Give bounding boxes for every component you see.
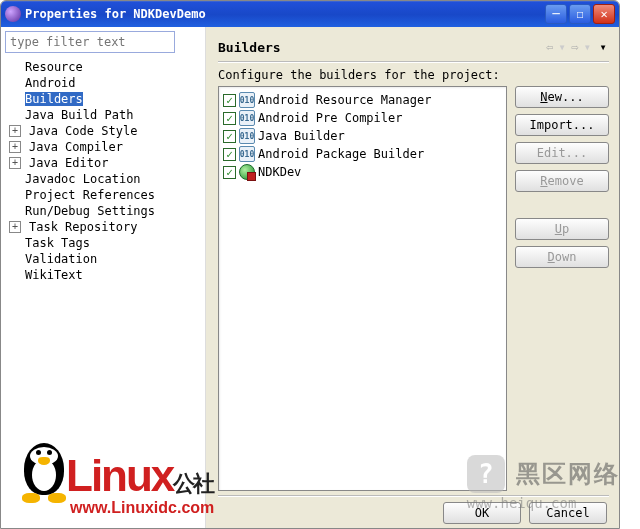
builder-label: Java Builder: [258, 129, 345, 143]
expand-icon[interactable]: +: [9, 157, 21, 169]
expand-icon[interactable]: +: [9, 221, 21, 233]
properties-tree[interactable]: ResourceAndroidBuildersJava Build Path+J…: [5, 57, 201, 524]
tree-item-label: Java Editor: [29, 156, 108, 170]
down-button: Down: [515, 246, 609, 268]
tree-item[interactable]: Android: [5, 75, 201, 91]
builder-item[interactable]: ✓010Android Resource Manager: [223, 91, 502, 109]
binary-builder-icon: 010: [239, 92, 255, 108]
filter-input[interactable]: [5, 31, 175, 53]
remove-button: Remove: [515, 170, 609, 192]
builder-checkbox[interactable]: ✓: [223, 112, 236, 125]
import-button[interactable]: Import...: [515, 114, 609, 136]
builder-checkbox[interactable]: ✓: [223, 94, 236, 107]
builder-item[interactable]: ✓010Android Pre Compiler: [223, 109, 502, 127]
titlebar[interactable]: Properties for NDKDevDemo ─ ☐ ✕: [1, 1, 619, 27]
builders-list[interactable]: ✓010Android Resource Manager✓010Android …: [218, 86, 507, 491]
tree-item-label: Resource: [25, 60, 83, 74]
properties-tree-panel: ResourceAndroidBuildersJava Build Path+J…: [1, 27, 206, 528]
tree-item-label: Task Repository: [29, 220, 137, 234]
builder-label: Android Pre Compiler: [258, 111, 403, 125]
tree-item-label: Javadoc Location: [25, 172, 141, 186]
builder-checkbox[interactable]: ✓: [223, 148, 236, 161]
tree-item[interactable]: Validation: [5, 251, 201, 267]
close-button[interactable]: ✕: [593, 4, 615, 24]
view-menu-icon[interactable]: ▾: [597, 41, 609, 53]
tree-item[interactable]: Task Tags: [5, 235, 201, 251]
tree-item-label: Java Code Style: [29, 124, 137, 138]
builder-checkbox[interactable]: ✓: [223, 130, 236, 143]
tree-item[interactable]: +Java Compiler: [5, 139, 201, 155]
binary-builder-icon: 010: [239, 146, 255, 162]
builder-item[interactable]: ✓NDKDev: [223, 163, 502, 181]
tree-item-label: Java Build Path: [25, 108, 133, 122]
tree-item-label: WikiText: [25, 268, 83, 282]
tree-item[interactable]: +Task Repository: [5, 219, 201, 235]
new-button[interactable]: New...: [515, 86, 609, 108]
eclipse-icon: [5, 6, 21, 22]
forward-icon[interactable]: ⇨: [566, 38, 584, 56]
tree-item[interactable]: Java Build Path: [5, 107, 201, 123]
external-builder-icon: [239, 164, 255, 180]
builder-label: NDKDev: [258, 165, 301, 179]
maximize-button[interactable]: ☐: [569, 4, 591, 24]
builder-item[interactable]: ✓010Java Builder: [223, 127, 502, 145]
cancel-button[interactable]: Cancel: [529, 502, 607, 524]
tree-item[interactable]: +Java Editor: [5, 155, 201, 171]
builder-item[interactable]: ✓010Android Package Builder: [223, 145, 502, 163]
up-button: Up: [515, 218, 609, 240]
binary-builder-icon: 010: [239, 128, 255, 144]
page-description: Configure the builders for the project:: [218, 68, 609, 82]
builders-page: Builders ⇦ ▾ ⇨ ▾ ▾ Configure the builder…: [206, 27, 619, 528]
tree-item[interactable]: +Java Code Style: [5, 123, 201, 139]
minimize-button[interactable]: ─: [545, 4, 567, 24]
tree-item[interactable]: Resource: [5, 59, 201, 75]
tree-item-label: Builders: [25, 92, 83, 106]
window-title: Properties for NDKDevDemo: [25, 7, 543, 21]
builder-label: Android Resource Manager: [258, 93, 431, 107]
builder-label: Android Package Builder: [258, 147, 424, 161]
builder-checkbox[interactable]: ✓: [223, 166, 236, 179]
tree-item-label: Project References: [25, 188, 155, 202]
back-icon[interactable]: ⇦: [541, 38, 559, 56]
expand-icon[interactable]: +: [9, 141, 21, 153]
tree-item-label: Validation: [25, 252, 97, 266]
page-title: Builders: [218, 40, 541, 55]
tree-item-label: Task Tags: [25, 236, 90, 250]
tree-item-label: Java Compiler: [29, 140, 123, 154]
tree-item[interactable]: Builders: [5, 91, 201, 107]
tree-item[interactable]: Run/Debug Settings: [5, 203, 201, 219]
tree-item-label: Run/Debug Settings: [25, 204, 155, 218]
ok-button[interactable]: OK: [443, 502, 521, 524]
tree-item-label: Android: [25, 76, 76, 90]
tree-item[interactable]: WikiText: [5, 267, 201, 283]
binary-builder-icon: 010: [239, 110, 255, 126]
expand-icon[interactable]: +: [9, 125, 21, 137]
tree-item[interactable]: Project References: [5, 187, 201, 203]
edit-button: Edit...: [515, 142, 609, 164]
tree-item[interactable]: Javadoc Location: [5, 171, 201, 187]
